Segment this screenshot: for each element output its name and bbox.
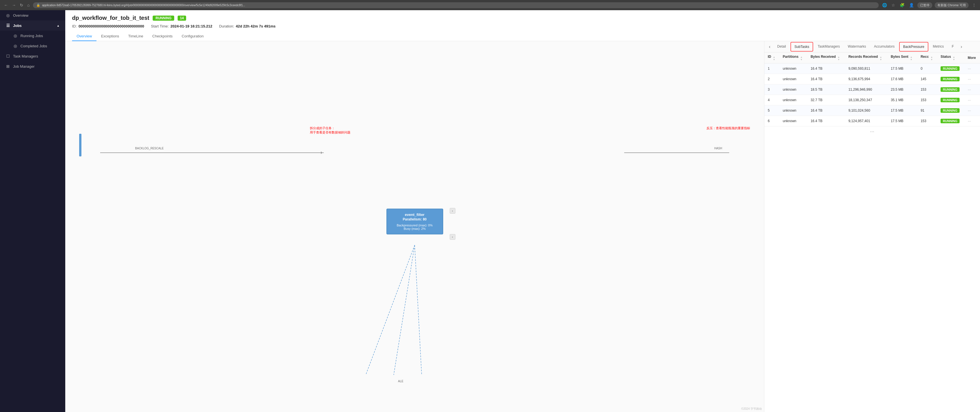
table-row[interactable]: 6 unknown 16.4 TB 9,124,957,401 17.5 MB …: [764, 116, 980, 127]
cell-more[interactable]: ···: [964, 95, 980, 105]
sidebar-item-overview[interactable]: ◎ Overview: [0, 10, 65, 21]
tab-checkpoints[interactable]: Checkpoints: [148, 32, 177, 41]
graph-panel[interactable]: BACKLOG_RESCALE event_filter Parallelism…: [65, 41, 764, 412]
back-button[interactable]: ←: [3, 2, 9, 8]
sidebar-item-job-manager[interactable]: ⊞ Job Manager: [0, 61, 65, 71]
annotation-subtask-text: 拆分成的子任务： 用于查看是否有数据倾斜问题: [310, 126, 350, 135]
graph-node[interactable]: event_filter Parallelism: 80 Backpressur…: [387, 209, 443, 235]
job-title-row: dp_workflow_for_tob_it_test RUNNING 14: [72, 15, 973, 21]
table-tab-watermarks[interactable]: Watermarks: [845, 42, 869, 51]
cell-partitions: unknown: [780, 105, 807, 116]
reload-button[interactable]: ↻: [19, 2, 24, 8]
job-start-value: 2024-01-19 16:21:15.212: [170, 24, 212, 29]
cell-bytes-received: 18.5 TB: [807, 84, 845, 95]
cell-recc: 91: [917, 105, 937, 116]
cell-more[interactable]: ···: [964, 116, 980, 127]
cell-id: 2: [764, 74, 780, 84]
table-row[interactable]: 1 unknown 16.4 TB 9,090,593,811 17.5 MB …: [764, 63, 980, 74]
cell-bytes-received: 16.4 TB: [807, 74, 845, 84]
completed-jobs-icon: ◎: [13, 44, 18, 48]
graph-expand-right[interactable]: ›: [450, 208, 455, 214]
home-button[interactable]: ⌂: [26, 2, 31, 8]
job-start-label: Start Time:: [151, 24, 169, 29]
sidebar-running-jobs-label: Running Jobs: [21, 34, 43, 38]
col-records-received: Records Received ▲▼: [845, 52, 887, 63]
lock-icon: 🔒: [36, 3, 40, 7]
col-status: Status ▲▼: [937, 52, 964, 63]
table-row[interactable]: 5 unknown 16.4 TB 9,101,024,560 17.5 MB …: [764, 105, 980, 116]
sidebar-item-completed-jobs[interactable]: ◎ Completed Jobs: [0, 41, 65, 51]
tab-timeline[interactable]: TimeLine: [124, 32, 148, 41]
table-tab-f[interactable]: F: [948, 42, 957, 51]
table-row[interactable]: 4 unknown 32.7 TB 18,138,250,347 35.1 MB…: [764, 95, 980, 105]
cell-records-received: 9,124,957,401: [845, 116, 887, 127]
table-tab-taskmanagers[interactable]: TaskManagers: [814, 42, 843, 51]
cell-bytes-sent: 17.5 MB: [887, 116, 917, 127]
cell-partitions: unknown: [780, 74, 807, 84]
translate-button[interactable]: 🌐: [881, 2, 888, 8]
arrow-right: [624, 152, 729, 153]
paused-button[interactable]: 已暂停: [917, 2, 932, 8]
table-row[interactable]: 3 unknown 18.5 TB 11,296,946,990 23.5 MB…: [764, 84, 980, 95]
cell-more[interactable]: ···: [964, 63, 980, 74]
subtask-table: ID ▲▼ Partitions ▲▼ Bytes Received ▲▼ Re…: [764, 52, 980, 412]
browser-navigation: ← → ↻ ⌂: [3, 2, 31, 8]
cell-records-received: 18,138,250,347: [845, 95, 887, 105]
table-row[interactable]: 2 unknown 16.4 TB 9,136,675,994 17.6 MB …: [764, 74, 980, 84]
node-busy: Busy (max): 2%: [391, 227, 438, 230]
profile-button[interactable]: 👤: [908, 2, 915, 8]
table-header: ID ▲▼ Partitions ▲▼ Bytes Received ▲▼ Re…: [764, 52, 980, 63]
table-tab-metrics[interactable]: Metrics: [929, 42, 947, 51]
sidebar-task-managers-label: Task Managers: [13, 54, 38, 59]
arrow-left: [100, 152, 324, 153]
table-tab-accumulators[interactable]: Accumulators: [870, 42, 898, 51]
table-nav-left[interactable]: ‹: [767, 43, 773, 51]
cell-bytes-received: 32.7 TB: [807, 95, 845, 105]
menu-button[interactable]: ⋮: [971, 2, 977, 8]
table-nav-right[interactable]: ›: [958, 43, 964, 51]
load-more-btn[interactable]: ···: [764, 127, 980, 137]
tab-overview[interactable]: Overview: [72, 32, 97, 41]
tab-configuration[interactable]: Configuration: [177, 32, 208, 41]
forward-button[interactable]: →: [11, 2, 17, 8]
table-tab-detail[interactable]: Detail: [774, 42, 789, 51]
bookmark-button[interactable]: ☆: [890, 2, 896, 8]
cell-id: 5: [764, 105, 780, 116]
cell-recc: 153: [917, 95, 937, 105]
graph-container: BACKLOG_RESCALE event_filter Parallelism…: [65, 41, 764, 412]
table-body: 1 unknown 16.4 TB 9,090,593,811 17.5 MB …: [764, 63, 980, 127]
svg-text:ALE: ALE: [398, 380, 404, 383]
sidebar-item-task-managers[interactable]: ☐ Task Managers: [0, 51, 65, 61]
node-title: event_filter: [391, 212, 438, 217]
cell-id: 1: [764, 63, 780, 74]
cell-more[interactable]: ···: [964, 74, 980, 84]
cell-status: RUNNING: [937, 95, 964, 105]
new-version-button[interactable]: 有新版 Chrome 可用: [935, 2, 969, 8]
sidebar-item-jobs[interactable]: ☰ Jobs ▲: [0, 21, 65, 31]
cell-more[interactable]: ···: [964, 84, 980, 95]
cell-records-received: 9,101,024,560: [845, 105, 887, 116]
sidebar-overview-label: Overview: [13, 13, 29, 17]
cell-partitions: unknown: [780, 84, 807, 95]
cell-status: RUNNING: [937, 116, 964, 127]
cell-more[interactable]: ···: [964, 105, 980, 116]
cell-bytes-sent: 17.6 MB: [887, 74, 917, 84]
sidebar-item-running-jobs[interactable]: ◎ Running Jobs: [0, 31, 65, 41]
cell-bytes-received: 16.4 TB: [807, 105, 845, 116]
cell-records-received: 11,296,946,990: [845, 84, 887, 95]
cell-records-received: 9,090,593,811: [845, 63, 887, 74]
tab-exceptions[interactable]: Exceptions: [97, 32, 124, 41]
left-node: [79, 134, 81, 157]
extensions-button[interactable]: 🧩: [899, 2, 906, 8]
cell-bytes-sent: 23.5 MB: [887, 84, 917, 95]
table-tab-subtasks[interactable]: SubTasks: [791, 42, 813, 52]
table-tab-backpressure[interactable]: BackPressure: [899, 42, 928, 52]
cell-recc: 153: [917, 116, 937, 127]
job-header: dp_workflow_for_tob_it_test RUNNING 14 I…: [65, 10, 980, 41]
url-bar[interactable]: 🔒 application-9d572ea0-1705392135999-752…: [33, 2, 878, 8]
job-meta: ID: 00000000000000000000000000000000 Sta…: [72, 24, 973, 29]
chevron-up-icon: ▲: [57, 24, 60, 27]
graph-collapse-right[interactable]: ‹: [450, 234, 455, 240]
node-backpressured: Backpressured (max): 0%: [391, 223, 438, 227]
job-start-section: Start Time: 2024-01-19 16:21:15.212: [151, 24, 212, 29]
